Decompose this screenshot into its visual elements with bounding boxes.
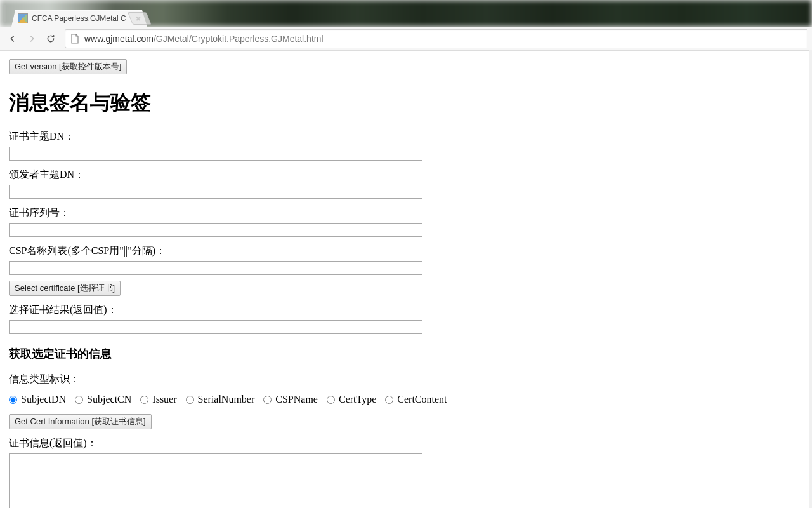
arrow-right-icon (27, 34, 37, 44)
favicon-icon (18, 13, 28, 23)
get-cert-info-button[interactable]: Get Cert Information [获取证书信息] (9, 414, 152, 429)
radio-label-csp-name[interactable]: CSPName (275, 392, 318, 407)
label-csp-list: CSP名称列表(多个CSP用"||"分隔)： (9, 243, 803, 258)
label-info-type: 信息类型标识： (9, 371, 803, 387)
browser-tab[interactable]: CFCA Paperless.GJMetal C (11, 10, 147, 27)
radio-csp-name[interactable] (263, 396, 272, 404)
get-version-button[interactable]: Get version [获取控件版本号] (9, 59, 127, 74)
page-icon (70, 34, 79, 44)
radio-subject-cn[interactable] (75, 396, 83, 404)
page-viewport: Get version [获取控件版本号] 消息签名与验签 证书主题DN： 颁发… (0, 50, 812, 508)
input-subject-dn[interactable] (9, 147, 422, 161)
url-host: www.gjmetal.com (84, 34, 154, 44)
select-certificate-button[interactable]: Select certificate [选择证书] (9, 281, 121, 296)
heading-get-cert-info: 获取选定证书的信息 (9, 345, 803, 363)
reload-button[interactable] (43, 31, 58, 46)
radio-label-cert-content[interactable]: CertContent (397, 392, 447, 407)
forward-button[interactable] (24, 31, 39, 46)
radio-label-serial-number[interactable]: SerialNumber (198, 392, 255, 407)
arrow-left-icon (8, 34, 18, 44)
radio-subject-dn[interactable] (9, 396, 17, 404)
radio-label-cert-type[interactable]: CertType (339, 392, 376, 407)
tab-strip: CFCA Paperless.GJMetal C (0, 0, 812, 27)
textarea-cert-info[interactable] (9, 453, 422, 508)
window-edge (4, 5, 6, 22)
label-subject-dn: 证书主题DN： (9, 129, 803, 144)
input-serial[interactable] (9, 223, 422, 237)
heading-sign-verify: 消息签名与验签 (9, 87, 803, 117)
radio-issuer[interactable] (140, 396, 148, 404)
input-select-result[interactable] (9, 320, 422, 334)
radio-label-issuer[interactable]: Issuer (152, 392, 176, 407)
radio-cert-type[interactable] (327, 396, 335, 404)
label-serial: 证书序列号： (9, 205, 803, 220)
address-bar[interactable]: www.gjmetal.com/GJMetal/Cryptokit.Paperl… (65, 29, 807, 48)
browser-toolbar: www.gjmetal.com/GJMetal/Cryptokit.Paperl… (0, 27, 812, 51)
label-cert-info: 证书信息(返回值)： (9, 436, 803, 451)
radio-cert-content[interactable] (385, 396, 393, 404)
label-select-result: 选择证书结果(返回值)： (9, 302, 803, 318)
radio-serial-number[interactable] (186, 396, 194, 404)
input-issuer-dn[interactable] (9, 185, 422, 199)
reload-icon (46, 34, 56, 44)
input-csp-list[interactable] (9, 261, 422, 275)
radio-label-subject-cn[interactable]: SubjectCN (87, 392, 131, 407)
back-button[interactable] (5, 31, 20, 46)
tab-title: CFCA Paperless.GJMetal C (32, 14, 133, 23)
url-path: /GJMetal/Cryptokit.Paperless.GJMetal.htm… (154, 34, 324, 44)
scrollbar[interactable] (809, 50, 812, 508)
label-issuer-dn: 颁发者主题DN： (9, 167, 803, 182)
info-type-radio-group: SubjectDN SubjectCN Issuer SerialNumber … (9, 392, 803, 407)
radio-label-subject-dn[interactable]: SubjectDN (21, 392, 66, 407)
